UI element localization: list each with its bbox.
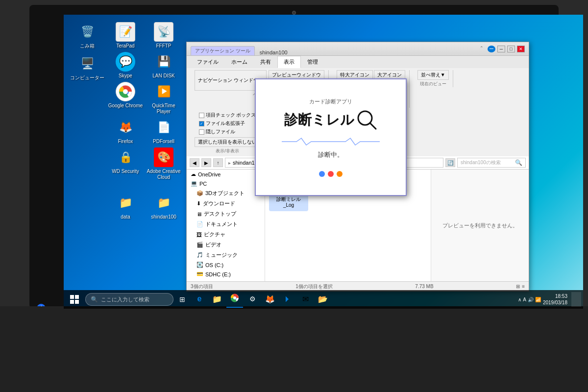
nav-onedrive[interactable]: ☁ OneDrive <box>187 170 265 179</box>
nav-documents[interactable]: 📄 ドキュメント <box>187 219 265 229</box>
taskbar-firefox[interactable]: 🦊 <box>262 291 278 308</box>
search-bar-text: ここに入力して検索 <box>101 296 149 303</box>
show-desktop-button[interactable] <box>571 292 581 307</box>
desktop-icon-landisk[interactable]: 💾 LAN DISK <box>146 52 181 79</box>
hidden-checkbox-item[interactable]: 隠しファイル <box>199 128 256 135</box>
ribbon-toggle[interactable] <box>488 46 495 52</box>
search-box[interactable]: shindan100の検索 🔍 <box>457 158 526 168</box>
ribbon-tab-home[interactable]: ホーム <box>225 56 254 68</box>
item-checkbox-item[interactable]: 項目チェック ボックス <box>199 112 256 119</box>
desktop-icon-adobe[interactable]: 🎨 Adobe Creative Cloud <box>146 147 181 180</box>
data-folder-label: data <box>121 214 130 220</box>
data-folder-icon: 📁 <box>116 193 135 213</box>
refresh-button[interactable]: 🔄 <box>445 158 455 167</box>
extension-checkbox[interactable]: ✓ <box>199 121 204 126</box>
taskbar-mail[interactable]: ✉ <box>297 291 314 308</box>
dot-red <box>328 171 334 177</box>
camera <box>292 11 296 15</box>
sort-button[interactable]: 並べ替え▼ <box>417 70 449 80</box>
desktop-icon-wdsecurity[interactable]: 🔒 WD Security <box>108 147 143 180</box>
desktop-icon-quicktime[interactable]: ▶️ QuickTime Player <box>146 82 181 115</box>
selected-item-btn[interactable]: 選択した項目を表示しない <box>195 137 260 147</box>
app-dialog-appname: 診断ミレル <box>284 109 378 131</box>
documents-icon: 📄 <box>196 221 203 227</box>
clock[interactable]: 18:53 2019/03/18 <box>543 293 567 306</box>
skype-label: Skype <box>119 73 132 79</box>
item-checkbox[interactable] <box>199 113 204 118</box>
explorer-titlebar: アプリケーション ツール shindan100 ⌃ ─ □ ✕ <box>187 42 529 56</box>
hidden-checkbox[interactable] <box>199 129 204 135</box>
desktop: 🗑️ こみ箱 🖥️ コンピューター 📝 TeraPad <box>64 15 583 309</box>
desktop-icon-recycle[interactable]: 🗑️ こみ箱 <box>70 22 105 49</box>
nav-pc[interactable]: 💻 PC <box>187 179 265 188</box>
desktop-icon-shindan100[interactable]: 📁 shindan100 <box>146 193 181 220</box>
desktop-icon-computer[interactable]: 🖥️ コンピューター <box>70 54 105 81</box>
start-button[interactable] <box>66 291 83 308</box>
search-bar-icon: 🔍 <box>91 296 98 303</box>
taskbar-media[interactable]: ⏵ <box>279 291 296 308</box>
download-icon: ⬇ <box>196 200 201 207</box>
extension-checkbox-item[interactable]: ✓ ファイル名拡張子 <box>199 120 256 127</box>
nav-music[interactable]: 🎵 ミュージック <box>187 250 265 260</box>
taskbar-folder2[interactable]: 📂 <box>315 291 331 308</box>
taskbar-chrome[interactable] <box>226 291 243 308</box>
desktop-icon-terapad[interactable]: 📝 TeraPad <box>108 22 143 49</box>
forward-button[interactable]: ▶ <box>201 158 211 167</box>
view-mode-buttons: ⊞ ≡ <box>516 284 525 289</box>
maximize-button[interactable]: □ <box>507 46 515 52</box>
nav-videos[interactable]: 🎬 ビデオ <box>187 240 265 250</box>
ribbon-tab-file[interactable]: ファイル <box>191 56 225 68</box>
shindan100-folder-label: shindan100 <box>151 214 176 220</box>
skype-icon: 💬 <box>116 52 135 72</box>
desktop-icon-chrome[interactable]: Google Chrome <box>108 82 143 115</box>
search-icon[interactable]: 🔍 <box>515 159 522 166</box>
desktop-icon-pdforell[interactable]: 📄 PDForsell <box>146 118 181 145</box>
computer-icon: 🖥️ <box>77 54 97 74</box>
up-button[interactable]: ↑ <box>213 158 223 167</box>
app-tab[interactable]: アプリケーション ツール <box>191 46 255 55</box>
desktop-icon-firefox[interactable]: 🦊 Firefox <box>108 118 143 145</box>
file-size: 7.73 MB <box>415 284 433 289</box>
close-button[interactable]: ✕ <box>517 46 525 52</box>
taskbar-settings[interactable]: ⚙ <box>244 291 261 308</box>
ribbon-tab-manage[interactable]: 管理 <box>301 56 324 68</box>
pdforell-label: PDForsell <box>153 139 174 145</box>
svg-point-11 <box>233 296 236 299</box>
tray-up-icon[interactable]: ∧ <box>518 297 521 302</box>
view-mode-icon2[interactable]: ≡ <box>522 284 525 289</box>
desktop-icon-ffftp[interactable]: 📡 FFFTP <box>146 22 181 49</box>
taskbar-explorer[interactable]: 📁 <box>209 291 225 308</box>
taskbar-search[interactable]: 🔍 ここに入力して検索 <box>85 293 173 306</box>
app-dialog-title: カード診断アプリ <box>309 98 352 105</box>
minimize-button[interactable]: ─ <box>497 46 505 52</box>
taskbar-edge[interactable]: e <box>191 291 208 308</box>
terapad-icon: 📝 <box>116 22 135 42</box>
nav-osc[interactable]: 💽 OS (C:) <box>187 260 265 270</box>
preview-pane: プレビューを利用できません。 <box>431 170 529 281</box>
nav-pictures[interactable]: 🖼 ピクチャ <box>187 229 265 240</box>
item-checkbox-label: 項目チェック ボックス <box>206 112 256 119</box>
shindan100-folder-icon: 📁 <box>154 193 173 213</box>
laptop-shell: 🗑️ こみ箱 🖥️ コンピューター 📝 TeraPad <box>0 0 588 392</box>
adobe-icon: 🎨 <box>154 147 173 167</box>
desktop-icon-skype[interactable]: 💬 Skype <box>108 52 143 79</box>
nav-3dobjects[interactable]: 📦 3Dオブジェクト <box>187 188 265 198</box>
view-mode-icon1[interactable]: ⊞ <box>516 284 520 289</box>
ffftp-icon: 📡 <box>154 22 173 42</box>
task-view-button[interactable]: ⊞ <box>175 293 189 306</box>
taskbar-apps: e 📁 <box>191 291 331 308</box>
firefox-label: Firefox <box>118 139 133 145</box>
nav-sdhc-e[interactable]: 💳 SDHC (E:) <box>187 270 265 279</box>
keyboard-icon: A <box>523 297 526 302</box>
wifi-icon: 📶 <box>535 297 541 302</box>
desktop-icon-data[interactable]: 📁 data <box>108 193 143 220</box>
ribbon-tab-view[interactable]: 表示 <box>277 56 301 68</box>
wdsecurity-label: WD Security <box>112 169 139 174</box>
nav-downloads[interactable]: ⬇ ダウンロード <box>187 198 265 209</box>
nav-desktop[interactable]: 🖥 デスクトップ <box>187 209 265 219</box>
back-button[interactable]: ◀ <box>190 158 199 167</box>
extension-checkbox-label: ファイル名拡張子 <box>206 120 245 127</box>
pictures-icon: 🖼 <box>196 232 202 238</box>
ribbon-tab-share[interactable]: 共有 <box>254 56 277 68</box>
settings-icon: ⚙ <box>249 295 256 303</box>
